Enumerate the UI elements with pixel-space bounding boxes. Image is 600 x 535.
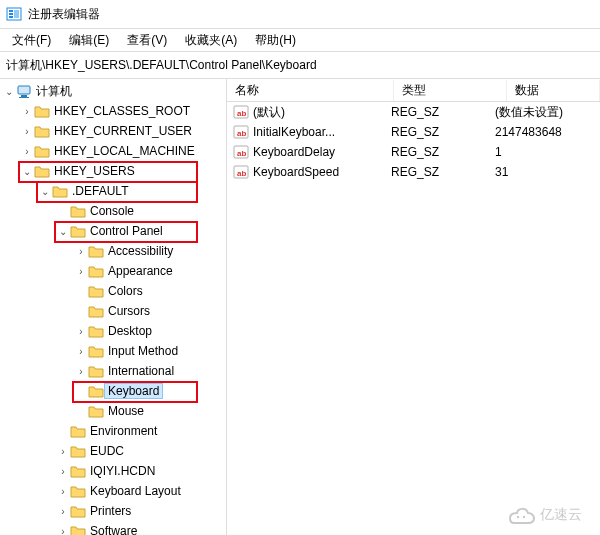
folder-icon bbox=[34, 124, 50, 138]
tree-printers[interactable]: ›Printers bbox=[56, 501, 226, 521]
folder-icon bbox=[70, 224, 86, 238]
folder-icon bbox=[70, 504, 86, 518]
tree-keyboard-label: Keyboard bbox=[104, 383, 163, 399]
tree-hklm[interactable]: › HKEY_LOCAL_MACHINE bbox=[20, 141, 226, 161]
menu-file[interactable]: 文件(F) bbox=[4, 30, 59, 51]
folder-icon bbox=[70, 424, 86, 438]
tree-default[interactable]: ⌄ .DEFAULT bbox=[38, 181, 226, 201]
list-item[interactable]: abInitialKeyboar...REG_SZ2147483648 bbox=[227, 122, 600, 142]
tree-environment[interactable]: Environment bbox=[56, 421, 226, 441]
svg-rect-7 bbox=[19, 97, 29, 98]
svg-point-16 bbox=[517, 516, 519, 518]
chevron-right-icon[interactable]: › bbox=[74, 266, 88, 277]
list-item[interactable]: abKeyboardDelayREG_SZ1 bbox=[227, 142, 600, 162]
chevron-right-icon[interactable]: › bbox=[56, 526, 70, 536]
folder-icon bbox=[70, 464, 86, 478]
folder-icon bbox=[88, 344, 104, 358]
value-type: REG_SZ bbox=[383, 105, 487, 119]
svg-rect-4 bbox=[14, 10, 19, 18]
tree-appearance[interactable]: ›Appearance bbox=[74, 261, 226, 281]
chevron-right-icon[interactable]: › bbox=[56, 466, 70, 477]
content-area: ⌄ 计算机 › HKEY_CLASSES_ROOT › HKEY_CURRENT… bbox=[0, 79, 600, 535]
tree-control-panel[interactable]: ⌄ Control Panel bbox=[56, 221, 226, 241]
chevron-down-icon[interactable]: ⌄ bbox=[56, 226, 70, 237]
computer-icon bbox=[16, 84, 32, 98]
chevron-right-icon[interactable]: › bbox=[20, 146, 34, 157]
tree-software[interactable]: ›Software bbox=[56, 521, 226, 535]
value-rows: ab(默认)REG_SZ(数值未设置)abInitialKeyboar...RE… bbox=[227, 102, 600, 182]
tree-console[interactable]: Console bbox=[56, 201, 226, 221]
chevron-right-icon[interactable]: › bbox=[20, 106, 34, 117]
menu-view[interactable]: 查看(V) bbox=[119, 30, 175, 51]
tree-pane[interactable]: ⌄ 计算机 › HKEY_CLASSES_ROOT › HKEY_CURRENT… bbox=[0, 79, 227, 535]
value-name: (默认) bbox=[253, 104, 285, 121]
chevron-down-icon[interactable]: ⌄ bbox=[38, 186, 52, 197]
folder-icon bbox=[34, 104, 50, 118]
svg-text:ab: ab bbox=[237, 149, 246, 158]
value-name: KeyboardDelay bbox=[253, 145, 335, 159]
tree-keyboard[interactable]: Keyboard bbox=[74, 381, 226, 401]
column-type[interactable]: 类型 bbox=[394, 80, 507, 101]
svg-text:ab: ab bbox=[237, 109, 246, 118]
value-name: KeyboardSpeed bbox=[253, 165, 339, 179]
string-value-icon: ab bbox=[233, 104, 249, 120]
string-value-icon: ab bbox=[233, 144, 249, 160]
tree-eudc[interactable]: ›EUDC bbox=[56, 441, 226, 461]
value-list-pane[interactable]: 名称 类型 数据 ab(默认)REG_SZ(数值未设置)abInitialKey… bbox=[227, 79, 600, 535]
folder-icon bbox=[70, 524, 86, 535]
chevron-right-icon[interactable]: › bbox=[56, 446, 70, 457]
chevron-right-icon[interactable]: › bbox=[74, 326, 88, 337]
folder-icon bbox=[70, 484, 86, 498]
column-data[interactable]: 数据 bbox=[507, 80, 600, 101]
chevron-right-icon[interactable]: › bbox=[74, 346, 88, 357]
tree-colors[interactable]: Colors bbox=[74, 281, 226, 301]
tree-international[interactable]: ›International bbox=[74, 361, 226, 381]
chevron-down-icon[interactable]: ⌄ bbox=[2, 86, 16, 97]
svg-rect-5 bbox=[18, 86, 30, 94]
tree-iqiyi[interactable]: ›IQIYI.HCDN bbox=[56, 461, 226, 481]
menu-help[interactable]: 帮助(H) bbox=[247, 30, 304, 51]
menu-edit[interactable]: 编辑(E) bbox=[61, 30, 117, 51]
tree-hkcr[interactable]: › HKEY_CLASSES_ROOT bbox=[20, 101, 226, 121]
tree-desktop[interactable]: ›Desktop bbox=[74, 321, 226, 341]
tree-accessibility[interactable]: ›Accessibility bbox=[74, 241, 226, 261]
tree-hkcu[interactable]: › HKEY_CURRENT_USER bbox=[20, 121, 226, 141]
folder-icon bbox=[70, 444, 86, 458]
folder-icon bbox=[34, 144, 50, 158]
address-bar[interactable]: 计算机\HKEY_USERS\.DEFAULT\Control Panel\Ke… bbox=[0, 52, 600, 79]
list-item[interactable]: abKeyboardSpeedREG_SZ31 bbox=[227, 162, 600, 182]
chevron-right-icon[interactable]: › bbox=[56, 506, 70, 517]
regedit-icon bbox=[6, 6, 22, 22]
tree-hku[interactable]: ⌄ HKEY_USERS bbox=[20, 161, 226, 181]
value-type: REG_SZ bbox=[383, 125, 487, 139]
folder-icon bbox=[88, 264, 104, 278]
value-data: 2147483648 bbox=[487, 125, 600, 139]
column-name[interactable]: 名称 bbox=[227, 80, 394, 101]
chevron-right-icon[interactable]: › bbox=[74, 246, 88, 257]
folder-icon bbox=[88, 404, 104, 418]
tree-mouse[interactable]: Mouse bbox=[74, 401, 226, 421]
tree-root-computer[interactable]: ⌄ 计算机 bbox=[2, 81, 226, 101]
svg-rect-3 bbox=[9, 16, 13, 18]
svg-text:ab: ab bbox=[237, 129, 246, 138]
svg-point-17 bbox=[523, 516, 525, 518]
chevron-down-icon[interactable]: ⌄ bbox=[20, 166, 34, 177]
tree-cursors[interactable]: Cursors bbox=[74, 301, 226, 321]
folder-icon bbox=[70, 204, 86, 218]
menu-favorites[interactable]: 收藏夹(A) bbox=[177, 30, 245, 51]
folder-icon bbox=[88, 324, 104, 338]
value-type: REG_SZ bbox=[383, 145, 487, 159]
tree-keyboard-layout[interactable]: ›Keyboard Layout bbox=[56, 481, 226, 501]
chevron-right-icon[interactable]: › bbox=[56, 486, 70, 497]
chevron-right-icon[interactable]: › bbox=[74, 366, 88, 377]
list-item[interactable]: ab(默认)REG_SZ(数值未设置) bbox=[227, 102, 600, 122]
string-value-icon: ab bbox=[233, 124, 249, 140]
title-bar: 注册表编辑器 bbox=[0, 0, 600, 29]
svg-rect-1 bbox=[9, 10, 13, 12]
svg-rect-6 bbox=[21, 95, 27, 97]
chevron-right-icon[interactable]: › bbox=[20, 126, 34, 137]
folder-icon bbox=[88, 244, 104, 258]
tree-input-method[interactable]: ›Input Method bbox=[74, 341, 226, 361]
folder-icon bbox=[88, 284, 104, 298]
string-value-icon: ab bbox=[233, 164, 249, 180]
